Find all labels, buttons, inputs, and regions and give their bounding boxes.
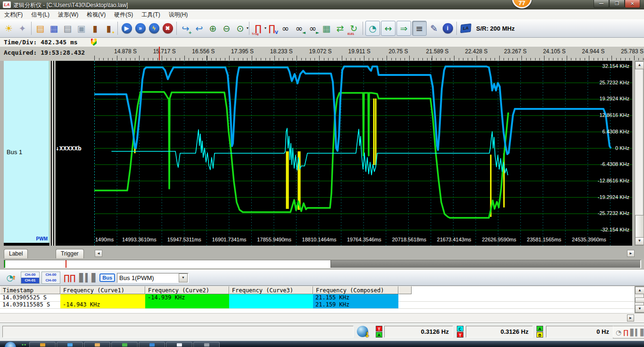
run-repeat-icon[interactable]: » xyxy=(133,21,147,35)
bus-decode-icon[interactable]: Bus xyxy=(99,271,115,284)
taskbar-app-4[interactable] xyxy=(139,342,165,347)
menu-item-3[interactable]: 检视(V) xyxy=(83,9,110,20)
globe-download-icon[interactable]: ↓ xyxy=(357,326,368,337)
wave-vscroll-thumb[interactable] xyxy=(635,215,644,239)
about-icon[interactable]: i xyxy=(441,21,454,35)
save-file-icon[interactable]: ▦ xyxy=(47,21,61,35)
taskbar-app-2[interactable] xyxy=(84,342,110,347)
panel-splitter[interactable] xyxy=(50,61,51,246)
tips-icon[interactable]: ☀ xyxy=(2,21,16,35)
table-header-extra[interactable] xyxy=(398,286,412,294)
chevron-down-icon[interactable]: ▼ xyxy=(179,273,188,282)
run-icon[interactable]: ▶ xyxy=(120,21,133,35)
table-header-curve2[interactable]: Frequency (Curve2) xyxy=(145,286,229,294)
trigger-level-icon[interactable]: ∏V xyxy=(265,21,279,35)
scroll-up-icon[interactable]: ▲ xyxy=(635,61,644,69)
menu-item-2[interactable]: 波形(W) xyxy=(54,9,83,20)
timing-view-icon[interactable]: ◔ xyxy=(365,21,380,36)
restore-button[interactable]: ❐ xyxy=(609,0,625,8)
page-next-icon[interactable]: ⇒ xyxy=(396,21,411,36)
tab-scroll-right-icon[interactable]: ► xyxy=(627,250,635,257)
scroll-down-icon[interactable]: ▼ xyxy=(635,305,644,313)
run-auto-icon[interactable]: ϟ xyxy=(147,21,161,35)
pan-view-icon[interactable]: ↔ xyxy=(381,21,396,36)
table-header-curve1[interactable]: Frequency (Curve1) xyxy=(60,286,145,294)
taskbar-app-6[interactable] xyxy=(193,342,220,347)
bars-icon[interactable]: ▋▍▋ xyxy=(630,329,644,336)
menu-item-6[interactable]: 说明(H) xyxy=(165,9,192,20)
data-refresh-icon[interactable]: ↻0101 xyxy=(347,21,361,35)
bus-label-panel[interactable]: Bus 1 PWM xyxy=(4,61,50,243)
time-ruler[interactable]: Acquired: 19:53:28.432 14.878 S15.717 S1… xyxy=(0,47,644,61)
overview-view-thumb[interactable] xyxy=(330,260,640,268)
tab-label[interactable]: Label xyxy=(4,249,28,258)
device-icon[interactable]: LA xyxy=(459,21,472,35)
taskbar-app-1[interactable] xyxy=(57,342,83,347)
cursor-jump-icon[interactable]: ↩ xyxy=(192,21,206,35)
menu-item-1[interactable]: 信号(L) xyxy=(27,9,54,20)
find-next-icon[interactable]: ∞► xyxy=(306,21,320,35)
start-button[interactable] xyxy=(5,342,16,347)
minimize-button[interactable]: — xyxy=(594,0,609,8)
find-prev-icon[interactable]: ∞◄ xyxy=(292,21,306,35)
copy-icon[interactable]: ▣ xyxy=(74,21,88,35)
waveform-plot[interactable]: 32.154 KHz25.7232 KHz19.2924 KHz12.8616 … xyxy=(94,61,632,246)
table-header-curve3[interactable]: Frequency (Curve3) xyxy=(229,286,313,294)
menu-item-5[interactable]: 工具(T) xyxy=(137,9,164,20)
zoom-out-icon[interactable]: ⊖ xyxy=(220,21,233,35)
channel-pair-a[interactable]: CH-00CH-01 xyxy=(21,272,40,284)
marker-b-flag-icon[interactable]: B xyxy=(91,39,97,46)
pulse-icon[interactable]: ∏ xyxy=(623,329,628,336)
bus-selector[interactable]: Bus 1(PWM) ▼ xyxy=(117,273,189,283)
tab-scroll-left-icon[interactable]: ◄ xyxy=(95,250,102,257)
menu-item-0[interactable]: 文档(F) xyxy=(0,9,27,20)
taskbar-app-3[interactable] xyxy=(111,342,138,347)
channel-pair-a-row-1[interactable]: CH-01 xyxy=(21,278,39,283)
table-header-timestamp[interactable]: Timestamp xyxy=(0,286,60,294)
scroll-up-icon[interactable]: ▲ xyxy=(635,287,644,294)
taskbar-app-0[interactable] xyxy=(29,342,56,347)
open-file-icon[interactable]: ▤ xyxy=(33,21,47,35)
setup-wizard-icon[interactable]: ✦ xyxy=(16,21,29,35)
taskbar-app-5[interactable] xyxy=(166,342,192,347)
trigger-condition-value[interactable]: ↓XXXXXb xyxy=(56,145,82,152)
zoom-select-icon[interactable]: ⊙▾ xyxy=(233,21,247,35)
capture-overview-bar[interactable] xyxy=(4,260,641,268)
table-vertical-scrollbar[interactable]: ▲ ▼ xyxy=(635,286,644,313)
menu-item-4[interactable]: 硬件(S) xyxy=(110,9,137,20)
channel-pair-b-row-1[interactable]: CH-00 xyxy=(42,278,60,283)
goto-trigger-icon[interactable]: ∏▾Trig xyxy=(251,21,265,35)
panel-splitter[interactable] xyxy=(52,61,53,246)
scroll-down-icon[interactable]: ▼ xyxy=(635,237,644,245)
overview-trigger-marker[interactable] xyxy=(66,260,66,268)
wave-vertical-scrollbar[interactable]: ▲ ▼ xyxy=(635,61,644,246)
bars-icon[interactable]: ▋▍▋ xyxy=(79,271,98,284)
stop-icon[interactable]: ✖ xyxy=(161,21,174,35)
channel-pair-a-row-0[interactable]: CH-00 xyxy=(21,272,39,278)
table-row[interactable]: 14.039115585 S-14.943 KHz21.159 KHz xyxy=(0,301,635,309)
pack-star-icon[interactable]: ▮✦ xyxy=(102,21,116,35)
sync-settings-icon[interactable]: ⇄ xyxy=(333,21,347,35)
list-view-icon[interactable]: ≡ xyxy=(412,21,427,36)
table-header-composed[interactable]: Frequency (Composed) xyxy=(313,286,398,294)
panel-splitter[interactable] xyxy=(54,61,56,246)
clock-icon[interactable]: ◔ xyxy=(616,329,621,336)
ruler-cursor[interactable] xyxy=(159,47,160,60)
find-icon[interactable]: ∞ xyxy=(279,21,292,35)
print-icon[interactable]: ▤ xyxy=(61,21,74,35)
scroll-right-icon[interactable]: ► xyxy=(627,314,634,322)
measure-refresh-icon[interactable]: ◔⇑ xyxy=(4,271,19,284)
export-table-icon[interactable]: ▦ xyxy=(320,21,333,35)
close-button[interactable]: ✕ xyxy=(625,0,640,8)
report-icon[interactable]: ✎ xyxy=(427,21,441,35)
pulse-width-icon[interactable]: ∏∏ xyxy=(62,271,77,284)
taskbar-tray-icon[interactable]: ●● xyxy=(19,341,29,347)
zoom-in-icon[interactable]: ⊕ xyxy=(206,21,220,35)
pack-icon[interactable]: ▮ xyxy=(88,21,102,35)
table-vscroll-thumb[interactable] xyxy=(635,297,644,303)
channel-pair-b-row-0[interactable]: CH-00 xyxy=(42,272,60,278)
table-horizontal-scrollbar[interactable]: ► xyxy=(0,313,644,322)
table-row[interactable]: 14.03905525 S-14.939 KHz21.155 KHz xyxy=(0,294,635,302)
channel-pair-b[interactable]: CH-00CH-00 xyxy=(41,272,60,284)
cursor-add-icon[interactable]: ↪+ xyxy=(179,21,192,35)
